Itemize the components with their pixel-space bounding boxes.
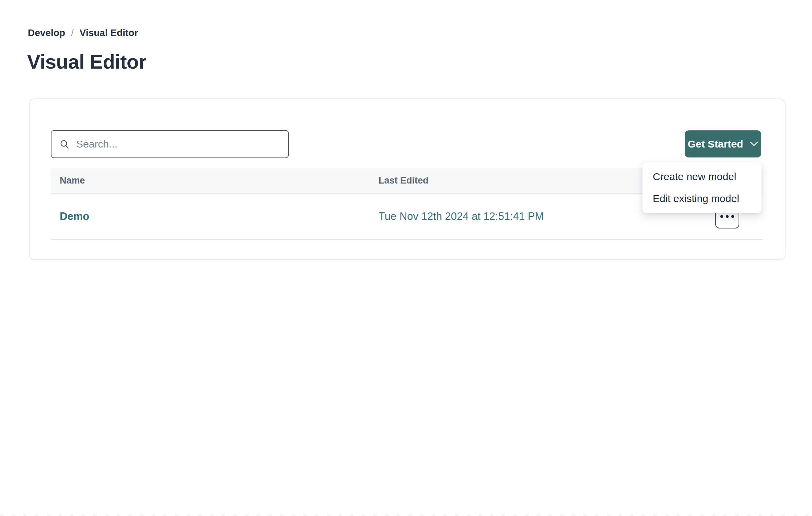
get-started-menu: Create new model Edit existing model	[642, 162, 762, 213]
chevron-down-icon	[750, 141, 758, 146]
breadcrumb-current-visual-editor: Visual Editor	[80, 27, 138, 38]
menu-item-create-new-model[interactable]: Create new model	[642, 166, 762, 188]
get-started-label: Get Started	[688, 138, 743, 150]
page-bottom-texture	[0, 514, 812, 516]
search-icon	[59, 139, 70, 150]
menu-item-edit-existing-model[interactable]: Edit existing model	[642, 188, 762, 210]
model-link-demo[interactable]: Demo	[60, 210, 89, 222]
breadcrumb: Develop / Visual Editor	[28, 27, 138, 38]
search-input[interactable]	[76, 138, 281, 150]
page-title: Visual Editor	[27, 50, 146, 73]
breadcrumb-separator: /	[71, 27, 74, 38]
ellipsis-icon	[720, 215, 734, 218]
model-name-cell: Demo	[51, 210, 379, 223]
search-box	[51, 130, 289, 158]
breadcrumb-link-develop[interactable]: Develop	[28, 27, 65, 38]
get-started-button[interactable]: Get Started	[685, 130, 761, 157]
column-header-name: Name	[51, 175, 379, 186]
